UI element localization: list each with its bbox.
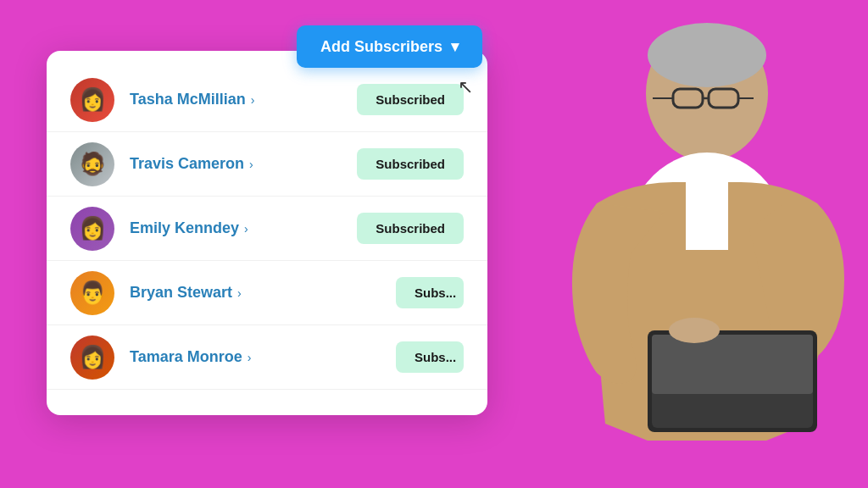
- person-illustration: [427, 0, 868, 488]
- name-area-tasha: Tasha McMillian ›: [114, 91, 357, 108]
- add-subscribers-button[interactable]: Add Subscribers ▾: [297, 25, 482, 68]
- subscriber-name-tasha: Tasha McMillian: [130, 91, 246, 108]
- avatar-tamara: 👩: [70, 336, 114, 380]
- avatar-bryan: 👨: [70, 271, 114, 315]
- subscriber-row-bryan[interactable]: 👨Bryan Stewart ›Subs...: [47, 261, 487, 325]
- subscriber-name-tamara: Tamara Monroe: [130, 348, 242, 366]
- add-subscribers-label: Add Subscribers: [320, 38, 442, 56]
- subscriber-row-travis[interactable]: 🧔Travis Cameron ›Subscribed: [47, 132, 487, 197]
- subscriber-name-bryan: Bryan Stewart: [130, 284, 232, 302]
- name-area-tamara: Tamara Monroe ›: [114, 348, 396, 366]
- avatar-travis: 🧔: [70, 142, 114, 186]
- chevron-right-icon-travis: ›: [249, 158, 253, 171]
- svg-rect-13: [686, 182, 728, 250]
- subscriber-row-tasha[interactable]: 👩Tasha McMillian ›Subscribed: [47, 68, 487, 132]
- chevron-right-icon-tamara: ›: [248, 351, 252, 364]
- subscriber-row-emily[interactable]: 👩Emily Kenndey ›Subscribed: [47, 197, 487, 261]
- avatar-emily: 👩: [70, 207, 114, 251]
- svg-point-12: [669, 318, 720, 343]
- name-area-bryan: Bryan Stewart ›: [114, 284, 396, 302]
- name-area-emily: Emily Kenndey ›: [114, 219, 357, 237]
- svg-rect-11: [652, 335, 813, 394]
- cursor-icon: ↖: [458, 76, 473, 98]
- avatar-tasha: 👩: [70, 78, 114, 122]
- subscriber-name-travis: Travis Cameron: [130, 155, 244, 173]
- add-subscribers-wrapper: Add Subscribers ▾: [297, 25, 482, 68]
- subscriber-name-emily: Emily Kenndey: [130, 219, 239, 237]
- name-area-travis: Travis Cameron ›: [114, 155, 357, 173]
- chevron-right-icon-tasha: ›: [251, 93, 255, 107]
- svg-point-1: [648, 23, 766, 87]
- chevron-right-icon-bryan: ›: [237, 286, 242, 300]
- man-figure: [427, 0, 868, 488]
- chevron-down-icon: ▾: [451, 37, 459, 56]
- subscriber-row-tamara[interactable]: 👩Tamara Monroe ›Subs...: [47, 325, 487, 390]
- chevron-right-icon-emily: ›: [244, 222, 248, 236]
- subscribers-panel: 👩Tasha McMillian ›Subscribed🧔Travis Came…: [47, 51, 487, 415]
